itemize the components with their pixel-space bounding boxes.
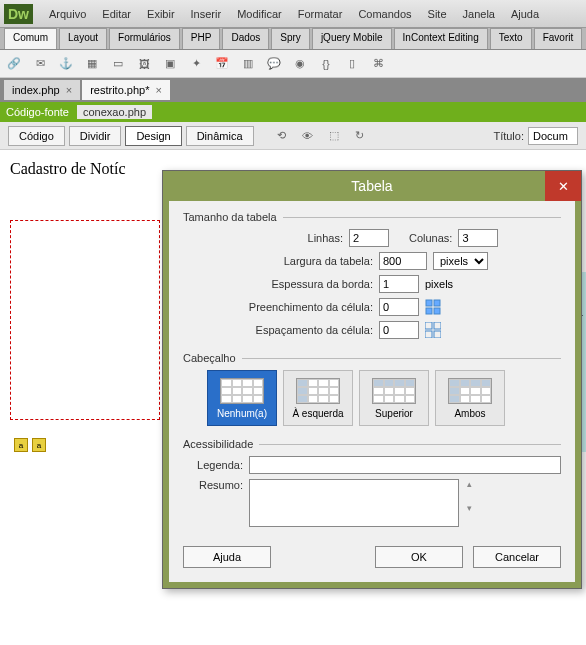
- svg-rect-1: [434, 300, 440, 306]
- menu-inserir[interactable]: Inserir: [183, 4, 230, 24]
- hyperlink-icon[interactable]: 🔗: [4, 54, 24, 74]
- related-files-bar: Código-fonte conexao.php: [0, 102, 586, 122]
- filetab-index[interactable]: index.php ×: [4, 80, 80, 100]
- menu-editar[interactable]: Editar: [94, 4, 139, 24]
- cell-padding-icon: [425, 299, 441, 315]
- border-input[interactable]: [379, 275, 419, 293]
- cell-spacing-icon: [425, 322, 441, 338]
- header-none-option[interactable]: Nenhum(a): [207, 370, 277, 426]
- app-logo: Dw: [4, 4, 33, 24]
- server-icon[interactable]: ▥: [238, 54, 258, 74]
- spacing-input[interactable]: [379, 321, 419, 339]
- menu-comandos[interactable]: Comandos: [350, 4, 419, 24]
- tab-php[interactable]: PHP: [182, 28, 221, 49]
- menu-formatar[interactable]: Formatar: [290, 4, 351, 24]
- date-icon[interactable]: 📅: [212, 54, 232, 74]
- tab-formularios[interactable]: Formulários: [109, 28, 180, 49]
- view-live-button[interactable]: Dinâmica: [186, 126, 254, 146]
- rows-label: Linhas:: [183, 232, 343, 244]
- tab-layout[interactable]: Layout: [59, 28, 107, 49]
- menu-ajuda[interactable]: Ajuda: [503, 4, 547, 24]
- head-icon[interactable]: ◉: [290, 54, 310, 74]
- insert-iconbar: 🔗 ✉ ⚓ ▦ ▭ 🖼 ▣ ✦ 📅 ▥ 💬 ◉ {} ▯ ⌘: [0, 50, 586, 78]
- view-design-button[interactable]: Design: [125, 126, 181, 146]
- access-legend: Acessibilidade: [183, 438, 253, 450]
- border-label: Espessura da borda:: [183, 278, 373, 290]
- menu-janela[interactable]: Janela: [455, 4, 503, 24]
- browser-icon[interactable]: ⬚: [324, 126, 344, 146]
- header-option-label: Ambos: [454, 408, 485, 419]
- menu-exibir[interactable]: Exibir: [139, 4, 183, 24]
- view-split-button[interactable]: Dividir: [69, 126, 122, 146]
- title-input[interactable]: [528, 127, 578, 145]
- svg-rect-2: [426, 308, 432, 314]
- dialog-close-button[interactable]: ✕: [545, 171, 581, 201]
- document-toolbar: Código Dividir Design Dinâmica ⟲ 👁 ⬚ ↻ T…: [0, 122, 586, 150]
- selection-outline: [10, 220, 160, 420]
- cols-label: Colunas:: [409, 232, 452, 244]
- width-input[interactable]: [379, 252, 427, 270]
- scroll-down-icon[interactable]: ▾: [467, 503, 472, 513]
- caption-input[interactable]: [249, 456, 561, 474]
- anchor-marker-icon[interactable]: a: [32, 438, 46, 452]
- tab-texto[interactable]: Texto: [490, 28, 532, 49]
- tab-favoritos[interactable]: Favorit: [534, 28, 583, 49]
- tab-incontext[interactable]: InContext Editing: [394, 28, 488, 49]
- header-left-option[interactable]: À esquerda: [283, 370, 353, 426]
- cols-input[interactable]: [458, 229, 498, 247]
- source-code-button[interactable]: Código-fonte: [6, 106, 69, 118]
- menu-arquivo[interactable]: Arquivo: [41, 4, 94, 24]
- menu-site[interactable]: Site: [420, 4, 455, 24]
- dialog-titlebar: Tabela ✕: [163, 171, 581, 201]
- svg-rect-4: [425, 322, 432, 329]
- inspect-icon[interactable]: 👁: [298, 126, 318, 146]
- tag-icon[interactable]: ⌘: [368, 54, 388, 74]
- view-code-button[interactable]: Código: [8, 126, 65, 146]
- table-size-group: Tamanho da tabela Linhas: Colunas: Largu…: [183, 211, 561, 344]
- invisible-elements: a a: [14, 438, 46, 452]
- help-button[interactable]: Ajuda: [183, 546, 271, 568]
- dialog-title: Tabela: [351, 178, 392, 194]
- filetab-restrito[interactable]: restrito.php* ×: [82, 80, 170, 100]
- widget-icon[interactable]: ✦: [186, 54, 206, 74]
- media-icon[interactable]: ▣: [160, 54, 180, 74]
- templates-icon[interactable]: ▯: [342, 54, 362, 74]
- image-icon[interactable]: 🖼: [134, 54, 154, 74]
- header-top-option[interactable]: Superior: [359, 370, 429, 426]
- refresh-icon[interactable]: ↻: [350, 126, 370, 146]
- comment-icon[interactable]: 💬: [264, 54, 284, 74]
- table-icon[interactable]: ▦: [82, 54, 102, 74]
- email-icon[interactable]: ✉: [30, 54, 50, 74]
- live-code-icon[interactable]: ⟲: [272, 126, 292, 146]
- header-group: Cabeçalho Nenhum(a) À esquerda Superior …: [183, 352, 561, 430]
- tab-dados[interactable]: Dados: [222, 28, 269, 49]
- summary-label: Resumo:: [183, 479, 243, 491]
- size-legend: Tamanho da tabela: [183, 211, 277, 223]
- header-option-label: À esquerda: [292, 408, 343, 419]
- tab-comum[interactable]: Comum: [4, 28, 57, 49]
- tab-jquery[interactable]: jQuery Mobile: [312, 28, 392, 49]
- width-unit-select[interactable]: pixels: [433, 252, 488, 270]
- ok-button[interactable]: OK: [375, 546, 463, 568]
- caption-label: Legenda:: [183, 459, 243, 471]
- rows-input[interactable]: [349, 229, 389, 247]
- close-icon[interactable]: ×: [155, 84, 161, 96]
- div-icon[interactable]: ▭: [108, 54, 128, 74]
- close-icon[interactable]: ×: [66, 84, 72, 96]
- file-tabs: index.php × restrito.php* ×: [0, 78, 586, 102]
- tab-spry[interactable]: Spry: [271, 28, 310, 49]
- related-file[interactable]: conexao.php: [77, 105, 152, 119]
- cancel-button[interactable]: Cancelar: [473, 546, 561, 568]
- scroll-up-icon[interactable]: ▴: [467, 479, 472, 489]
- anchor-marker-icon[interactable]: a: [14, 438, 28, 452]
- spacing-label: Espaçamento da célula:: [183, 324, 373, 336]
- svg-rect-5: [434, 322, 441, 329]
- anchor-icon[interactable]: ⚓: [56, 54, 76, 74]
- header-option-label: Superior: [375, 408, 413, 419]
- summary-textarea[interactable]: [249, 479, 459, 527]
- padding-input[interactable]: [379, 298, 419, 316]
- header-both-option[interactable]: Ambos: [435, 370, 505, 426]
- svg-rect-6: [425, 331, 432, 338]
- script-icon[interactable]: {}: [316, 54, 336, 74]
- menu-modificar[interactable]: Modificar: [229, 4, 290, 24]
